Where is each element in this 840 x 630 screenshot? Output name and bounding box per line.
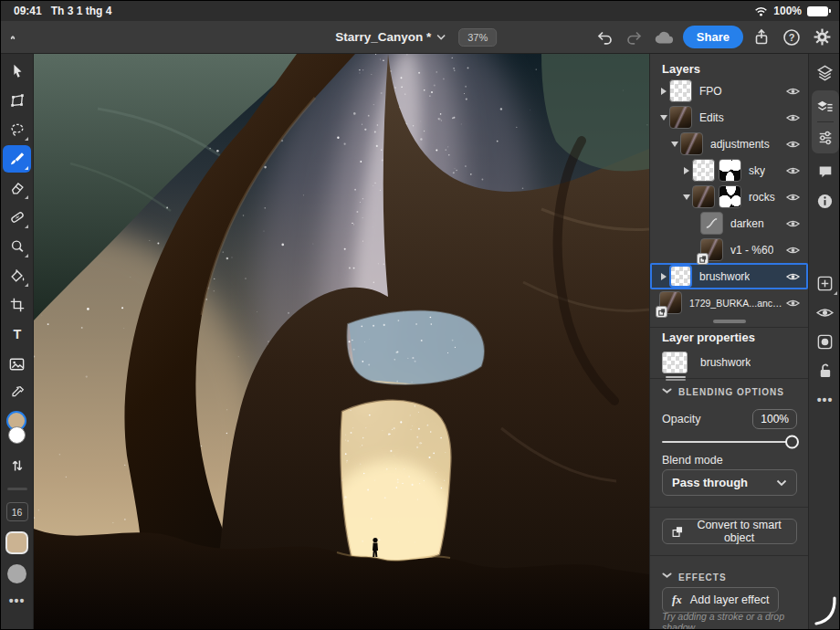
document-info-button[interactable] (812, 187, 839, 215)
layer-mask-thumbnail[interactable] (719, 159, 741, 182)
layers-panel-button[interactable] (812, 58, 839, 86)
eye-icon (786, 271, 800, 282)
effects-header[interactable]: EFFECTS (650, 567, 808, 587)
help-button[interactable]: ? (780, 26, 803, 49)
tool-rail: T 16 ••• (1, 54, 34, 630)
svg-text:?: ? (789, 32, 795, 43)
clone-stamp-tool[interactable] (3, 233, 31, 260)
layer-name: darken (730, 217, 764, 230)
blend-mode-dropdown[interactable]: Pass through (662, 469, 797, 496)
comments-button[interactable] (812, 158, 839, 185)
layer-visibility-button[interactable] (812, 299, 839, 326)
magnifier-tool-icon (9, 238, 26, 255)
settings-button[interactable] (810, 26, 834, 49)
layer-row-fpo[interactable]: FPO (650, 78, 808, 104)
redo-icon (625, 29, 644, 46)
layer-visibility-toggle[interactable] (786, 86, 800, 97)
layer-thumbnail[interactable] (692, 185, 715, 208)
layer-row-edits[interactable]: Edits (650, 104, 808, 131)
layer-visibility-toggle[interactable] (786, 139, 800, 150)
layer-visibility-toggle[interactable] (786, 298, 800, 309)
opacity-value-field[interactable]: 100% (752, 409, 797, 429)
layer-row-sky[interactable]: sky (650, 157, 808, 184)
smart-object-icon (672, 525, 683, 539)
tool-rail-divider (7, 488, 27, 490)
add-layer-icon (816, 275, 834, 292)
layer-visibility-toggle[interactable] (786, 165, 800, 176)
fill-tool[interactable] (3, 262, 31, 289)
add-layer-button[interactable] (812, 269, 839, 297)
move-tool[interactable] (3, 58, 31, 85)
place-photo-tool[interactable] (3, 350, 31, 377)
layer-thumbnail[interactable] (669, 265, 692, 288)
lock-layer-button[interactable] (812, 357, 839, 384)
gear-icon (813, 27, 832, 47)
layer-row-rocks[interactable]: rocks (650, 184, 808, 210)
redo-button[interactable] (623, 26, 646, 49)
curves-adjustment-icon[interactable] (700, 212, 723, 235)
cloud-sync-button[interactable] (653, 26, 677, 49)
brush-tool-selected[interactable] (3, 145, 31, 173)
layer-row-1729[interactable]: 1729_BURKA...anced-NR33 (650, 289, 808, 316)
layer-row-adjustments[interactable]: adjustments (650, 131, 808, 157)
layer-properties-view-button[interactable] (812, 124, 839, 152)
crop-tool[interactable] (3, 291, 31, 319)
layer-visibility-toggle[interactable] (786, 192, 800, 203)
background-color-well[interactable] (8, 426, 26, 444)
layer-row-darken[interactable]: darken (650, 210, 808, 236)
tool-variant-indicator (25, 225, 28, 228)
healing-tool[interactable] (3, 204, 31, 231)
share-button[interactable]: Share (683, 26, 743, 48)
button-variant-indicator (834, 291, 837, 295)
eyedropper-tool[interactable] (3, 379, 31, 406)
lasso-tool-icon (9, 121, 26, 138)
blending-options-header[interactable]: BLENDING OPTIONS (650, 378, 808, 405)
layer-mask-thumbnail[interactable] (719, 185, 741, 208)
more-tools-button[interactable]: ••• (9, 593, 26, 608)
swap-colors-button[interactable] (3, 452, 31, 479)
layer-visibility-toggle[interactable] (786, 112, 800, 123)
layer-thumbnail[interactable] (669, 79, 692, 102)
document-title-menu[interactable]: Starry_Canyon * (335, 30, 446, 44)
opacity-slider[interactable] (662, 441, 797, 443)
lasso-select-tool[interactable] (3, 116, 31, 143)
document-canvas[interactable] (34, 54, 649, 630)
layer-row-brushwork-selected[interactable]: brushwork (650, 263, 808, 289)
chevron-right-icon[interactable] (680, 167, 692, 174)
export-button[interactable] (750, 26, 773, 49)
layer-visibility-toggle[interactable] (786, 245, 800, 256)
add-layer-effect-button[interactable]: fx Add layer effect (662, 587, 779, 613)
chevron-down-icon[interactable] (668, 142, 680, 147)
layer-thumbnail[interactable] (692, 159, 715, 182)
panel-resize-handle[interactable] (650, 316, 808, 327)
layer-mask-button[interactable] (812, 328, 839, 355)
eraser-tool[interactable] (3, 174, 31, 202)
brush-preview-swatch[interactable] (5, 531, 28, 554)
layer-list-view-button[interactable] (812, 92, 839, 120)
layers-list-icon (816, 98, 834, 115)
layer-thumbnail[interactable] (680, 132, 703, 155)
undo-button[interactable] (593, 26, 616, 49)
chevron-right-icon[interactable] (657, 273, 669, 280)
layer-visibility-toggle[interactable] (786, 271, 800, 282)
color-wells[interactable] (4, 411, 31, 449)
eye-icon (786, 86, 800, 97)
layer-thumbnail[interactable] (669, 106, 692, 129)
more-options-button[interactable]: ••• (812, 386, 839, 414)
layer-visibility-toggle[interactable] (786, 218, 800, 229)
zoom-level-badge[interactable]: 37% (458, 28, 497, 47)
chevron-down-icon (662, 390, 671, 395)
brush-tip-preview[interactable] (7, 564, 26, 583)
eye-icon (786, 139, 800, 150)
chevron-down-icon[interactable] (680, 194, 692, 200)
selected-layer-name: brushwork (700, 356, 751, 369)
opacity-slider-knob[interactable] (785, 436, 799, 449)
transform-tool[interactable] (3, 87, 31, 114)
chevron-down-icon[interactable] (657, 115, 669, 121)
type-tool[interactable]: T (3, 320, 31, 348)
chevron-right-icon[interactable] (657, 88, 669, 95)
layer-row-v1[interactable]: v1 - %60 (650, 236, 808, 263)
brush-size-indicator[interactable]: 16 (6, 502, 28, 521)
home-button[interactable] (1, 26, 25, 49)
convert-to-smart-object-button[interactable]: Convert to smart object (662, 519, 797, 544)
